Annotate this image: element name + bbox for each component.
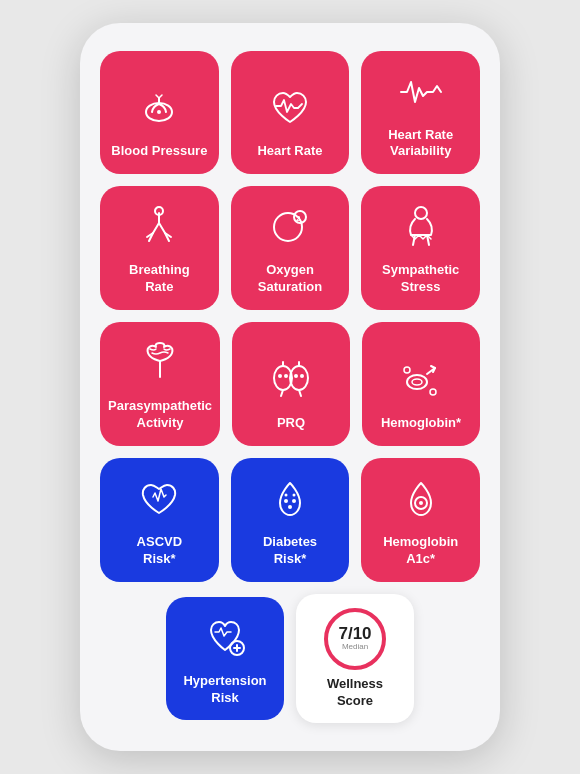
wellness-circle: 7/10 Median xyxy=(324,608,386,670)
card-hba1c[interactable]: HemoglobinA1c* xyxy=(361,458,480,582)
hba1c-icon xyxy=(394,472,448,526)
svg-point-23 xyxy=(419,501,423,505)
card-sympathetic[interactable]: SympatheticStress xyxy=(361,186,480,310)
row-3: ParasympatheticActivity PRQ xyxy=(100,322,480,446)
stress-icon xyxy=(394,200,448,254)
phone-frame: Blood Pressure Heart Rate Heart RateVari… xyxy=(80,23,500,752)
row-1: Blood Pressure Heart Rate Heart RateVari… xyxy=(100,51,480,175)
ascvd-icon xyxy=(132,472,186,526)
row-4: ASCVDRisk* DiabetesRisk* xyxy=(100,458,480,582)
svg-point-11 xyxy=(294,374,298,378)
svg-point-21 xyxy=(293,493,296,496)
svg-point-18 xyxy=(292,499,296,503)
parasympathetic-label: ParasympatheticActivity xyxy=(108,398,212,432)
diabetes-label: DiabetesRisk* xyxy=(263,534,317,568)
svg-point-12 xyxy=(300,374,304,378)
card-ascvd[interactable]: ASCVDRisk* xyxy=(100,458,219,582)
row-2: BreathingRate 2 OxygenSaturation xyxy=(100,186,480,310)
hypertension-label: HypertensionRisk xyxy=(183,673,266,707)
svg-point-19 xyxy=(288,505,292,509)
breathing-label: BreathingRate xyxy=(129,262,190,296)
card-blood-pressure[interactable]: Blood Pressure xyxy=(100,51,219,175)
card-oxygen[interactable]: 2 OxygenSaturation xyxy=(231,186,350,310)
ascvd-label: ASCVDRisk* xyxy=(137,534,183,568)
svg-point-15 xyxy=(404,367,410,373)
wellness-score: 7/10 xyxy=(338,625,371,642)
blood-pressure-label: Blood Pressure xyxy=(111,143,207,160)
wellness-card[interactable]: 7/10 Median WellnessScore xyxy=(296,594,414,724)
card-parasympathetic[interactable]: ParasympatheticActivity xyxy=(100,322,220,446)
wellness-label: WellnessScore xyxy=(327,676,383,710)
svg-text:2: 2 xyxy=(296,214,301,223)
card-heart-rate[interactable]: Heart Rate xyxy=(231,51,350,175)
oxygen-icon: 2 xyxy=(263,200,317,254)
card-prq[interactable]: PRQ xyxy=(232,322,350,446)
row-5: HypertensionRisk 7/10 Median WellnessSco… xyxy=(100,594,480,724)
hemoglobin-label: Hemoglobin* xyxy=(381,415,461,432)
card-hrv[interactable]: Heart RateVariability xyxy=(361,51,480,175)
card-breathing-rate[interactable]: BreathingRate xyxy=(100,186,219,310)
card-diabetes[interactable]: DiabetesRisk* xyxy=(231,458,350,582)
svg-point-16 xyxy=(430,389,436,395)
wellness-median: Median xyxy=(342,642,368,652)
svg-point-13 xyxy=(407,375,427,389)
card-hemoglobin[interactable]: Hemoglobin* xyxy=(362,322,480,446)
svg-point-14 xyxy=(412,379,422,385)
prq-icon xyxy=(264,353,318,407)
svg-point-17 xyxy=(284,499,288,503)
svg-point-9 xyxy=(278,374,282,378)
hemoglobin-icon xyxy=(394,353,448,407)
hrv-label: Heart RateVariability xyxy=(388,127,453,161)
prq-label: PRQ xyxy=(277,415,305,432)
svg-point-20 xyxy=(285,493,288,496)
heart-rate-label: Heart Rate xyxy=(257,143,322,160)
diabetes-icon xyxy=(263,472,317,526)
hypertension-icon xyxy=(198,611,252,665)
breathing-icon xyxy=(132,200,186,254)
sympathetic-label: SympatheticStress xyxy=(382,262,459,296)
hrv-icon xyxy=(394,65,448,119)
heart-rate-icon xyxy=(263,81,317,135)
hba1c-label: HemoglobinA1c* xyxy=(383,534,458,568)
brain-icon xyxy=(133,336,187,390)
svg-point-1 xyxy=(157,110,161,114)
blood-pressure-icon xyxy=(132,81,186,135)
oxygen-label: OxygenSaturation xyxy=(258,262,322,296)
svg-point-6 xyxy=(415,207,427,219)
svg-point-10 xyxy=(284,374,288,378)
card-hypertension[interactable]: HypertensionRisk xyxy=(166,597,284,721)
